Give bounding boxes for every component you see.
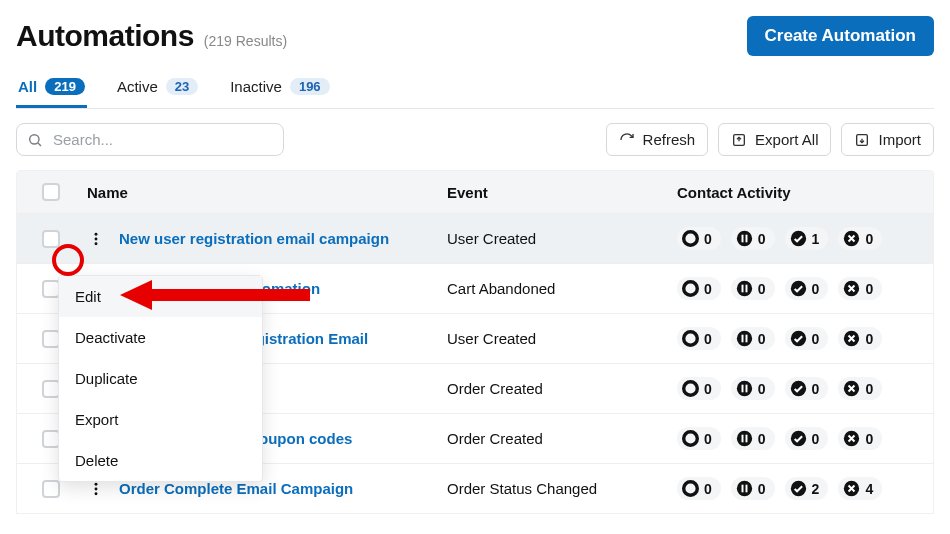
results-count: (219 Results)	[204, 33, 287, 49]
activity-count: 0	[758, 431, 766, 447]
activity-badge: 0	[731, 227, 775, 250]
tab-active[interactable]: Active 23	[115, 78, 200, 108]
tab-inactive-label: Inactive	[230, 78, 282, 95]
svg-rect-9	[741, 235, 743, 243]
activity-badge: 0	[677, 277, 721, 300]
import-label: Import	[878, 131, 921, 148]
activity-count: 0	[865, 431, 873, 447]
event-cell: Order Created	[441, 430, 671, 447]
svg-point-4	[95, 232, 98, 235]
activity-completed-icon	[790, 330, 807, 347]
refresh-label: Refresh	[643, 131, 696, 148]
col-name: Name	[81, 184, 441, 201]
activity-paused-icon	[736, 430, 753, 447]
table-row: New user registration email campaignUser…	[17, 213, 933, 263]
svg-rect-27	[741, 335, 743, 343]
row-actions-icon[interactable]	[87, 230, 105, 248]
tab-inactive[interactable]: Inactive 196	[228, 78, 331, 108]
svg-rect-55	[745, 485, 747, 493]
svg-line-1	[38, 143, 41, 146]
search-input[interactable]	[51, 130, 273, 149]
col-activity: Contact Activity	[671, 184, 929, 201]
activity-count: 0	[865, 381, 873, 397]
svg-point-43	[684, 432, 698, 446]
activity-count: 0	[865, 331, 873, 347]
activity-count: 2	[812, 481, 820, 497]
activity-badge: 0	[731, 427, 775, 450]
contact-activity: 0000	[677, 277, 923, 300]
row-checkbox[interactable]	[42, 230, 60, 248]
menu-item-duplicate[interactable]: Duplicate	[59, 358, 262, 399]
contact-activity: 0024	[677, 477, 923, 500]
search-input-wrap[interactable]	[16, 123, 284, 156]
svg-point-51	[95, 492, 98, 495]
menu-item-delete[interactable]: Delete	[59, 440, 262, 481]
import-icon	[854, 132, 870, 148]
activity-paused-icon	[736, 380, 753, 397]
activity-count: 0	[704, 231, 712, 247]
create-automation-button[interactable]: Create Automation	[747, 16, 934, 56]
automation-name-link[interactable]: Order Complete Email Campaign	[119, 480, 353, 497]
import-button[interactable]: Import	[841, 123, 934, 156]
svg-rect-46	[745, 435, 747, 443]
svg-point-44	[737, 431, 752, 446]
activity-count: 0	[758, 281, 766, 297]
svg-rect-18	[741, 285, 743, 293]
activity-failed-icon	[843, 330, 860, 347]
contact-activity: 0000	[677, 377, 923, 400]
activity-completed-icon	[790, 280, 807, 297]
event-cell: Order Created	[441, 380, 671, 397]
select-all-checkbox[interactable]	[42, 183, 60, 201]
svg-point-5	[95, 237, 98, 240]
activity-paused-icon	[736, 330, 753, 347]
activity-count: 0	[865, 231, 873, 247]
svg-rect-54	[741, 485, 743, 493]
svg-point-8	[737, 231, 752, 246]
activity-count: 0	[704, 331, 712, 347]
activity-count: 0	[758, 331, 766, 347]
activity-badge: 0	[785, 327, 829, 350]
activity-badge: 0	[677, 327, 721, 350]
refresh-button[interactable]: Refresh	[606, 123, 709, 156]
activity-count: 0	[704, 481, 712, 497]
activity-badge: 0	[731, 327, 775, 350]
activity-badge: 0	[838, 427, 882, 450]
col-event: Event	[441, 184, 671, 201]
row-checkbox[interactable]	[42, 480, 60, 498]
menu-item-export[interactable]: Export	[59, 399, 262, 440]
row-actions-icon[interactable]	[87, 480, 105, 498]
activity-badge: 0	[677, 377, 721, 400]
activity-count: 0	[704, 431, 712, 447]
activity-badge: 0	[838, 377, 882, 400]
activity-active-icon	[682, 480, 699, 497]
activity-completed-icon	[790, 430, 807, 447]
activity-paused-icon	[736, 480, 753, 497]
svg-rect-36	[741, 385, 743, 393]
activity-badge: 0	[838, 227, 882, 250]
search-icon	[27, 132, 43, 148]
activity-badge: 0	[677, 427, 721, 450]
activity-count: 0	[812, 381, 820, 397]
activity-count: 4	[865, 481, 873, 497]
activity-completed-icon	[790, 380, 807, 397]
tab-all[interactable]: All 219	[16, 78, 87, 108]
svg-rect-28	[745, 335, 747, 343]
menu-item-edit[interactable]: Edit	[59, 276, 262, 317]
export-all-button[interactable]: Export All	[718, 123, 831, 156]
activity-count: 0	[758, 481, 766, 497]
event-cell: User Created	[441, 230, 671, 247]
svg-point-16	[684, 282, 698, 296]
activity-count: 0	[758, 231, 766, 247]
activity-badge: 0	[838, 327, 882, 350]
page-title: Automations	[16, 19, 194, 53]
svg-point-25	[684, 332, 698, 346]
svg-point-34	[684, 382, 698, 396]
contact-activity: 0010	[677, 227, 923, 250]
export-all-label: Export All	[755, 131, 818, 148]
activity-badge: 1	[785, 227, 829, 250]
row-context-menu: Edit Deactivate Duplicate Export Delete	[58, 275, 263, 482]
menu-item-deactivate[interactable]: Deactivate	[59, 317, 262, 358]
activity-count: 0	[704, 281, 712, 297]
activity-count: 0	[704, 381, 712, 397]
automation-name-link[interactable]: New user registration email campaign	[119, 230, 389, 247]
